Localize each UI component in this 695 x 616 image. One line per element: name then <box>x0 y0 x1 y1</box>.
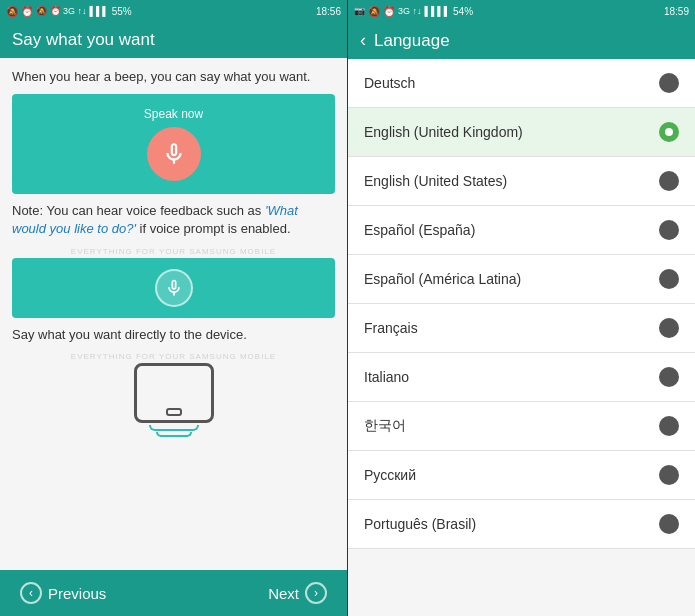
radio-unselected-icon <box>659 73 679 93</box>
language-name: Español (España) <box>364 222 475 238</box>
language-name: 한국어 <box>364 417 406 435</box>
right-time-display: 18:59 <box>664 6 689 17</box>
language-item[interactable]: 한국어 <box>348 402 695 451</box>
alarm-icon: ⏰ <box>21 6 33 17</box>
language-name: Français <box>364 320 418 336</box>
microphone-icon <box>161 141 187 167</box>
left-status-icons: 🔕 ⏰ 🔕 ⏰ 3G ↑↓ ▌▌▌ 55% <box>6 6 132 17</box>
previous-button[interactable]: ‹ Previous <box>20 582 106 604</box>
right-network-label: 3G ↑↓ <box>398 6 422 16</box>
time-display: 18:56 <box>316 6 341 17</box>
left-status-bar: 🔕 ⏰ 🔕 ⏰ 3G ↑↓ ▌▌▌ 55% 18:56 <box>0 0 347 22</box>
left-time: 18:56 <box>316 6 341 17</box>
intro-text: When you hear a beep, you can say what y… <box>12 68 335 86</box>
language-item[interactable]: Español (España) <box>348 206 695 255</box>
mute-icon: 🔕 <box>6 6 18 17</box>
left-title-bar: Say what you want <box>0 22 347 58</box>
right-signal-bars: ▌▌▌▌ <box>425 6 451 16</box>
left-page-title: Say what you want <box>12 30 155 49</box>
bottom-navigation: ‹ Previous Next › <box>0 570 347 616</box>
language-item[interactable]: English (United Kingdom) <box>348 108 695 157</box>
language-list: DeutschEnglish (United Kingdom)English (… <box>348 59 695 616</box>
radio-unselected-icon <box>659 171 679 191</box>
left-content-area: When you hear a beep, you can say what y… <box>0 58 347 570</box>
language-name: Deutsch <box>364 75 415 91</box>
speak-now-label: Speak now <box>144 107 203 121</box>
battery-percent: 55% <box>112 6 132 17</box>
network-label: 🔕 ⏰ 3G ↑↓ <box>36 6 87 16</box>
language-name: Português (Brasil) <box>364 516 476 532</box>
language-item[interactable]: Español (América Latina) <box>348 255 695 304</box>
language-name: Русский <box>364 467 416 483</box>
radio-unselected-icon <box>659 220 679 240</box>
mic-circle-small <box>155 269 193 307</box>
radio-dot <box>665 128 673 136</box>
watermark-1: EVERYTHING FOR YOUR SAMSUNG MOBILE <box>12 247 335 256</box>
right-status-bar: 📷 🔕 ⏰ 3G ↑↓ ▌▌▌▌ 54% 18:59 <box>348 0 695 22</box>
language-name: Italiano <box>364 369 409 385</box>
previous-chevron-icon: ‹ <box>20 582 42 604</box>
right-title-bar: ‹ Language <box>348 22 695 59</box>
photo-icon: 📷 <box>354 6 365 16</box>
language-item[interactable]: Русский <box>348 451 695 500</box>
language-page-title: Language <box>374 31 450 51</box>
language-item[interactable]: Français <box>348 304 695 353</box>
back-arrow-icon[interactable]: ‹ <box>360 30 366 51</box>
language-item[interactable]: Italiano <box>348 353 695 402</box>
language-name: English (United States) <box>364 173 507 189</box>
device-frame <box>134 363 214 423</box>
radio-unselected-icon <box>659 318 679 338</box>
radio-unselected-icon <box>659 514 679 534</box>
mic-small-box <box>12 258 335 318</box>
radio-unselected-icon <box>659 269 679 289</box>
signal-bars: ▌▌▌ <box>90 6 109 16</box>
radio-selected-icon <box>659 122 679 142</box>
speak-now-box: Speak now <box>12 94 335 194</box>
language-name: English (United Kingdom) <box>364 124 523 140</box>
right-alarm-icon: ⏰ <box>383 6 395 17</box>
next-button[interactable]: Next › <box>268 582 327 604</box>
right-panel: 📷 🔕 ⏰ 3G ↑↓ ▌▌▌▌ 54% 18:59 ‹ Language De… <box>347 0 695 616</box>
right-status-icons: 📷 🔕 ⏰ 3G ↑↓ ▌▌▌▌ 54% <box>354 6 473 17</box>
note-text: Note: You can hear voice feedback such a… <box>12 202 335 238</box>
radio-unselected-icon <box>659 465 679 485</box>
note-suffix: if voice prompt is enabled. <box>136 221 291 236</box>
radio-unselected-icon <box>659 416 679 436</box>
right-battery: 54% <box>453 6 473 17</box>
device-home-button <box>166 408 182 416</box>
next-label: Next <box>268 585 299 602</box>
note-prefix: Note: You can hear voice feedback such a… <box>12 203 265 218</box>
device-illustration <box>12 363 335 437</box>
radio-unselected-icon <box>659 367 679 387</box>
previous-label: Previous <box>48 585 106 602</box>
next-chevron-icon: › <box>305 582 327 604</box>
language-item[interactable]: Português (Brasil) <box>348 500 695 549</box>
left-panel: 🔕 ⏰ 🔕 ⏰ 3G ↑↓ ▌▌▌ 55% 18:56 Say what you… <box>0 0 347 616</box>
mic-circle-large[interactable] <box>147 127 201 181</box>
language-name: Español (América Latina) <box>364 271 521 287</box>
right-time: 18:59 <box>664 6 689 17</box>
watermark-2: EVERYTHING FOR YOUR SAMSUNG MOBILE <box>12 352 335 361</box>
say-text: Say what you want directly to the device… <box>12 326 335 344</box>
language-item[interactable]: English (United States) <box>348 157 695 206</box>
microphone-small-icon <box>164 278 184 298</box>
right-mute-icon: 🔕 <box>368 6 380 17</box>
language-item[interactable]: Deutsch <box>348 59 695 108</box>
